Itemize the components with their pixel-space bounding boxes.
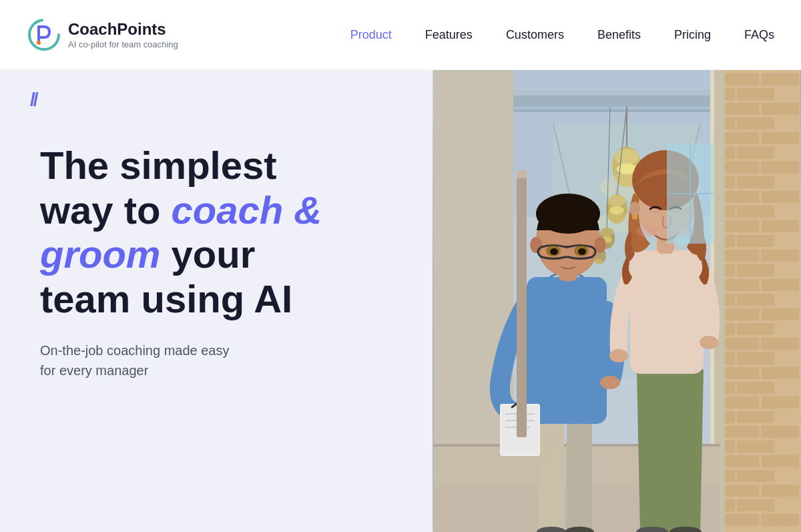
svg-rect-136 xyxy=(517,170,527,178)
svg-point-21 xyxy=(600,228,613,237)
svg-rect-53 xyxy=(722,250,759,262)
svg-point-1 xyxy=(37,41,41,45)
logo-link[interactable]: CoachPoints AI co-pilot for team coachin… xyxy=(27,17,178,52)
svg-rect-61 xyxy=(722,308,759,320)
subtext-line2: for every manager xyxy=(40,363,148,378)
svg-rect-46 xyxy=(762,191,799,203)
hero-subtext: On-the-job coaching made easy for every … xyxy=(40,340,392,380)
sparkle-decoration: // xyxy=(30,90,37,109)
svg-rect-50 xyxy=(762,220,799,232)
svg-rect-69 xyxy=(722,367,759,379)
hero-text-area: // The simplest way to coach & groom you… xyxy=(0,70,433,532)
svg-rect-30 xyxy=(762,73,799,85)
nav-item-features[interactable]: Features xyxy=(425,28,473,42)
svg-rect-79 xyxy=(737,441,774,453)
svg-rect-100 xyxy=(527,277,607,424)
svg-rect-135 xyxy=(517,170,527,437)
logo-icon xyxy=(27,17,61,52)
svg-rect-87 xyxy=(737,499,774,511)
svg-point-11 xyxy=(615,149,639,165)
svg-rect-65 xyxy=(722,338,759,350)
svg-rect-90 xyxy=(762,514,799,526)
nav-item-customers[interactable]: Customers xyxy=(506,28,564,42)
svg-point-128 xyxy=(629,202,640,216)
svg-point-118 xyxy=(578,248,586,255)
nav-item-faqs[interactable]: FAQs xyxy=(744,28,774,42)
svg-rect-63 xyxy=(737,323,774,335)
site-header: CoachPoints AI co-pilot for team coachin… xyxy=(0,0,801,70)
svg-rect-67 xyxy=(737,352,774,364)
svg-rect-57 xyxy=(722,279,759,291)
svg-point-117 xyxy=(550,248,558,255)
svg-rect-37 xyxy=(722,132,759,144)
svg-rect-85 xyxy=(722,485,759,497)
hero-section: // The simplest way to coach & groom you… xyxy=(0,70,801,532)
logo-name: CoachPoints xyxy=(68,20,178,39)
svg-rect-86 xyxy=(762,485,799,497)
nav-item-pricing[interactable]: Pricing xyxy=(674,28,711,42)
svg-rect-73 xyxy=(722,396,759,409)
svg-point-24 xyxy=(595,259,603,264)
svg-rect-31 xyxy=(737,88,774,100)
logo-tagline: AI co-pilot for team coaching xyxy=(68,39,178,49)
svg-point-16 xyxy=(608,195,625,207)
svg-rect-96 xyxy=(539,417,564,532)
heading-line4: team using AI xyxy=(40,277,292,320)
svg-point-108 xyxy=(600,376,620,389)
svg-rect-66 xyxy=(762,338,799,350)
svg-rect-97 xyxy=(567,417,592,532)
svg-rect-38 xyxy=(762,132,799,144)
logo-text-block: CoachPoints AI co-pilot for team coachin… xyxy=(68,20,178,49)
svg-rect-47 xyxy=(737,206,774,218)
svg-rect-35 xyxy=(737,117,774,129)
svg-rect-43 xyxy=(737,176,774,188)
svg-rect-70 xyxy=(762,367,799,379)
svg-rect-55 xyxy=(737,264,774,276)
hero-image xyxy=(433,70,801,532)
heading-line1: The simplest xyxy=(40,144,277,187)
svg-point-112 xyxy=(530,237,542,253)
hero-image-area xyxy=(433,70,801,532)
nav-item-benefits[interactable]: Benefits xyxy=(597,28,641,42)
svg-rect-74 xyxy=(762,396,799,409)
heading-highlight-groom: groom xyxy=(40,232,160,276)
svg-rect-29 xyxy=(722,73,759,85)
svg-rect-83 xyxy=(737,470,774,482)
svg-point-0 xyxy=(29,20,59,49)
svg-rect-77 xyxy=(722,426,759,438)
heading-line2: way to coach & xyxy=(40,188,322,232)
svg-point-124 xyxy=(700,336,718,349)
svg-rect-81 xyxy=(722,455,759,467)
office-scene-svg xyxy=(433,70,801,532)
svg-rect-62 xyxy=(762,308,799,320)
svg-rect-34 xyxy=(762,103,799,115)
svg-rect-122 xyxy=(630,250,704,374)
svg-rect-41 xyxy=(722,162,759,174)
svg-rect-49 xyxy=(722,220,759,232)
svg-rect-45 xyxy=(722,191,759,203)
svg-rect-33 xyxy=(722,103,759,115)
svg-rect-58 xyxy=(762,279,799,291)
svg-rect-42 xyxy=(762,162,799,174)
subtext-line1: On-the-job coaching made easy xyxy=(40,343,230,358)
svg-rect-54 xyxy=(762,250,799,262)
nav-item-product[interactable]: Product xyxy=(350,28,392,42)
svg-rect-78 xyxy=(762,426,799,438)
svg-rect-51 xyxy=(737,235,774,247)
svg-rect-39 xyxy=(737,147,774,159)
svg-point-129 xyxy=(632,214,637,220)
heading-highlight-coach: coach & xyxy=(172,188,322,232)
svg-point-130 xyxy=(636,226,657,237)
svg-rect-59 xyxy=(737,294,774,306)
svg-rect-75 xyxy=(737,411,774,423)
svg-rect-89 xyxy=(722,514,759,526)
svg-point-123 xyxy=(609,349,628,362)
main-nav: Product Features Customers Benefits Pric… xyxy=(350,28,774,42)
svg-rect-82 xyxy=(762,455,799,467)
heading-line3: groom your xyxy=(40,232,255,276)
hero-heading: The simplest way to coach & groom your t… xyxy=(40,144,392,322)
svg-rect-71 xyxy=(737,382,774,394)
